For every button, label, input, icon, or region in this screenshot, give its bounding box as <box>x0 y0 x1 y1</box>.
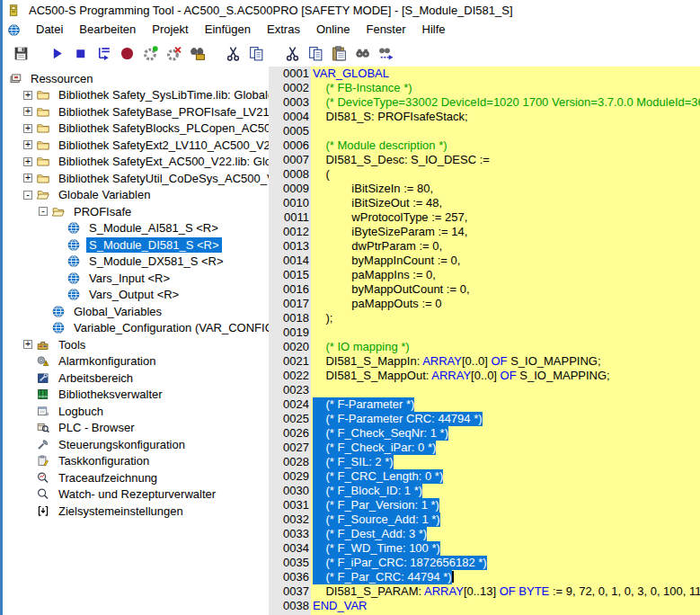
tree-item-ressourcen[interactable]: Ressourcen <box>3 70 269 87</box>
tree-item-steuerungskonfiguration[interactable]: Steuerungskonfiguration <box>3 436 269 453</box>
menu-bearbeiten[interactable]: Bearbeiten <box>71 21 144 39</box>
step-button[interactable] <box>93 43 114 64</box>
logout-button[interactable] <box>164 43 184 64</box>
code-line[interactable]: 0007 DI581_S_Desc: S_IO_DESC := <box>269 153 700 167</box>
code-line[interactable]: 0012 iByteSizeParam := 14, <box>269 225 700 239</box>
breakpoint-button[interactable] <box>117 43 137 64</box>
code-line[interactable]: 0030 (* F_Block_ID: 1 *) <box>269 484 700 498</box>
tree-item-alarmkonfiguration[interactable]: Alarmkonfiguration <box>3 353 269 370</box>
code-line[interactable]: 0020 (* IO mapping *) <box>269 340 700 354</box>
tree-item-watch-und-rezepturverwalter[interactable]: Watch- und Rezepturverwalter <box>3 486 269 504</box>
tree-item-bibliothek-safetybase-profisafe-lv210-ac500-v[interactable]: +Bibliothek SafetyBase_PROFIsafe_LV210_A… <box>3 103 269 120</box>
save-button[interactable] <box>11 43 31 64</box>
code-line[interactable]: 0017 paMappOuts := 0 <box>269 297 700 311</box>
tree-item-arbeitsbereich[interactable]: Arbeitsbereich <box>3 370 269 387</box>
tree-item-s-module-ai581-s-r[interactable]: S_Module_AI581_S <R> <box>3 220 269 237</box>
find-button[interactable] <box>352 43 373 64</box>
cut-button[interactable] <box>223 43 244 64</box>
tree-item-traceaufzeichnung[interactable]: Traceaufzeichnung <box>3 469 269 486</box>
expand-icon[interactable]: + <box>23 107 32 116</box>
code-line[interactable]: 0029 (* F_CRC_Length: 0 *) <box>269 469 700 484</box>
expand-icon[interactable]: + <box>23 157 32 166</box>
code-line[interactable]: 0024 (* F-Parameter *) <box>269 397 700 412</box>
tree-item-profisafe[interactable]: -PROFIsafe <box>3 203 269 220</box>
tree-item-zielsystemeinstellungen[interactable]: Zielsystemeinstellungen <box>3 503 269 520</box>
declaration-editor[interactable]: 0001VAR_GLOBAL0002 (* FB-Instance *)0003… <box>269 67 700 615</box>
tree-item-bibliothek-safety-syslibtime-lib-globale-variablenl[interactable]: +Bibliothek Safety_SysLibTime.lib: Globa… <box>3 87 269 104</box>
code-line[interactable]: 0018 ); <box>269 311 700 325</box>
expand-icon[interactable]: + <box>23 174 32 183</box>
tree-item-plc-browser[interactable]: PLC - Browser <box>3 420 269 437</box>
code-line[interactable]: 0026 (* F_Check_SeqNr: 1 *) <box>269 426 700 441</box>
collapse-icon[interactable]: - <box>39 207 48 216</box>
tree-item-global-variables[interactable]: Global_Variables <box>3 303 269 320</box>
tree-item-s-module-dx581-s-r[interactable]: S_Module_DX581_S <R> <box>3 254 269 271</box>
code-line[interactable]: 0022 DI581_S_MappOut: ARRAY[0..0] OF S_I… <box>269 369 700 383</box>
tree-item-tools[interactable]: +Tools <box>3 336 269 353</box>
menu-fenster[interactable]: Fenster <box>358 21 413 39</box>
menu-datei[interactable]: Datei <box>28 21 71 39</box>
tree-item-logbuch[interactable]: Logbuch <box>3 403 269 420</box>
menu-extras[interactable]: Extras <box>259 21 308 39</box>
stop-button[interactable] <box>70 43 91 64</box>
code-line[interactable]: 0021 DI581_S_MappIn: ARRAY[0..0] OF S_IO… <box>269 354 700 369</box>
code-line[interactable]: 0023 <box>269 383 700 397</box>
code-line[interactable]: 0002 (* FB-Instance *) <box>269 81 700 95</box>
tree-item-s-module-di581-s-r[interactable]: S_Module_DI581_S <R> <box>3 236 269 254</box>
tree-item-bibliothek-safetyblocks-plcopen-ac500-v22-lib-2[interactable]: +Bibliothek SafetyBlocks_PLCopen_AC500_V… <box>3 120 269 138</box>
login-button[interactable] <box>140 43 161 64</box>
code-line[interactable]: 0004 DI581_S: PROFIsafeStack; <box>269 110 700 124</box>
run-button[interactable] <box>47 43 67 64</box>
collapse-icon[interactable]: - <box>23 191 32 200</box>
expand-icon[interactable]: + <box>23 140 32 149</box>
code-line[interactable]: 0027 (* F_Check_iPar: 0 *) <box>269 441 700 455</box>
menu-online[interactable]: Online <box>308 21 359 39</box>
code-line[interactable]: 0003 (* DeviceType=33002 DeviceId=1020 1… <box>269 95 700 110</box>
tree-item-bibliothek-safetyext-ac500-v22-lib-globale-variab[interactable]: +Bibliothek SafetyExt_AC500_V22.lib: Glo… <box>3 154 269 171</box>
code-line[interactable]: 0028 (* F_SIL: 2 *) <box>269 455 700 469</box>
code-line[interactable]: 0015 paMappIns := 0, <box>269 268 700 282</box>
menu-projekt[interactable]: Projekt <box>144 21 196 39</box>
code-line[interactable]: 0037 DI581_S_PARAM: ARRAY[0..13] OF BYTE… <box>269 584 700 599</box>
line-number: 0020 <box>269 340 311 354</box>
code-line[interactable]: 0019 <box>269 325 700 340</box>
code-line[interactable]: 0032 (* F_Source_Add: 1 *) <box>269 512 700 527</box>
tree-item-globale-variablen[interactable]: -Globale Variablen <box>3 187 269 204</box>
code-line[interactable]: 0006 (* Module description *) <box>269 138 700 153</box>
search-in-project-button[interactable] <box>187 43 208 64</box>
find-next-button[interactable] <box>376 43 396 64</box>
expand-icon[interactable]: + <box>23 340 32 349</box>
code-line[interactable]: 0014 byMappInCount := 0, <box>269 254 700 268</box>
cut-button[interactable] <box>282 43 303 64</box>
code-line[interactable]: 0011 wProtocolType := 257, <box>269 210 700 225</box>
tree-item-bibliothek-safetyutil-codesys-ac500-v22-lib-glol[interactable]: +Bibliothek SafetyUtil_CoDeSys_AC500_V22… <box>3 170 269 187</box>
code-line[interactable]: 0013 dwPtrParam := 0, <box>269 239 700 254</box>
copy-button[interactable] <box>306 43 326 64</box>
menu-einf-gen[interactable]: Einfügen <box>197 21 259 39</box>
tree-item-variable-configuration-var-config[interactable]: Variable_Configuration (VAR_CONFIG) <box>3 320 269 337</box>
code-line[interactable]: 0036 (* F_Par_CRC: 44794 *) <box>269 570 700 584</box>
code-line[interactable]: 0010 iBitSizeOut := 48, <box>269 196 700 210</box>
tree-item-bibliothek-safetyext2-lv110-ac500-v27-lib-globa[interactable]: +Bibliothek SafetyExt2_LV110_AC500_V27.l… <box>3 137 269 154</box>
tree-item-bibliotheksverwalter[interactable]: Bibliotheksverwalter <box>3 387 269 404</box>
paste-button[interactable] <box>329 43 350 64</box>
code-line[interactable]: 0034 (* F_WD_Time: 100 *) <box>269 541 700 556</box>
code-line[interactable]: 0035 (* F_iPar_CRC: 1872656182 *) <box>269 556 700 570</box>
code-line[interactable]: 0031 (* F_Par_Version: 1 *) <box>269 498 700 512</box>
tree-item-vars-output-r[interactable]: Vars_Output <R> <box>3 287 269 304</box>
menu-hilfe[interactable]: Hilfe <box>414 21 454 39</box>
code-line[interactable]: 0001VAR_GLOBAL <box>269 67 700 81</box>
code-line[interactable]: 0025 (* F-Parameter CRC: 44794 *) <box>269 412 700 426</box>
expand-icon[interactable]: + <box>23 91 32 100</box>
code-line[interactable]: 0038END_VAR <box>269 599 700 613</box>
expand-icon[interactable]: + <box>23 124 32 133</box>
code-line[interactable]: 0005 <box>269 124 700 138</box>
tree-item-vars-input-r[interactable]: Vars_Input <R> <box>3 270 269 287</box>
code-line[interactable]: 0009 iBitSizeIn := 80, <box>269 182 700 196</box>
child-window-globe-icon[interactable] <box>7 23 21 37</box>
copy-button[interactable] <box>246 43 267 64</box>
code-line[interactable]: 0016 byMappOutCount := 0, <box>269 282 700 297</box>
code-line[interactable]: 0033 (* F_Dest_Add: 3 *) <box>269 527 700 541</box>
code-line[interactable]: 0008 ( <box>269 167 700 182</box>
tree-item-taskkonfiguration[interactable]: Taskkonfiguration <box>3 453 269 470</box>
